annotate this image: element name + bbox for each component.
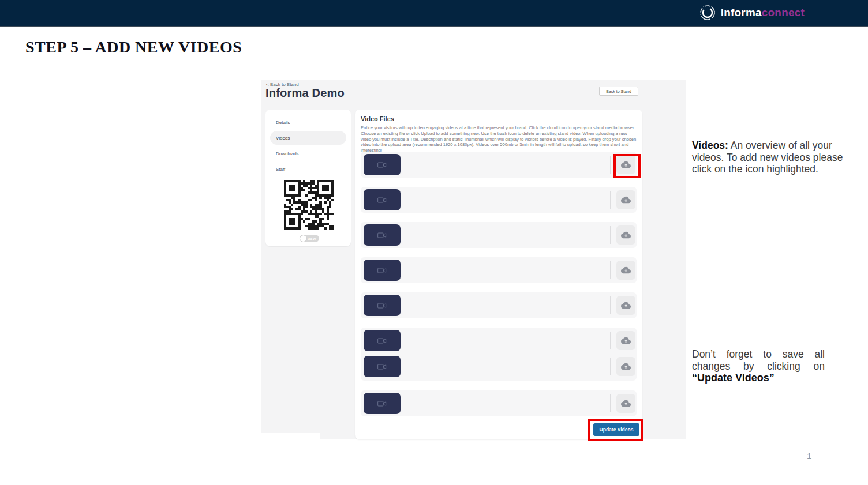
row-divider [610,226,611,244]
toggle-label: B&W [308,237,316,240]
row-divider [405,358,405,375]
page-title: STEP 5 – ADD NEW VIDEOS [25,38,242,57]
row-divider [405,332,405,349]
row-divider [405,296,405,314]
row-divider [405,394,405,412]
row-divider [405,191,405,209]
upload-cloud-button[interactable] [616,261,635,280]
video-camera-icon [377,400,387,407]
upload-cloud-button[interactable] [616,296,635,315]
row-divider [405,226,405,244]
brand-wordmark: informaconnect [721,6,805,19]
video-camera-icon [377,337,387,344]
row-divider [405,261,405,279]
cloud-upload-icon [621,265,631,275]
row-divider [405,156,405,174]
sidebar-item-downloads[interactable]: Downloads [270,146,346,160]
video-thumbnail [364,393,401,414]
row-divider [610,261,611,279]
sidebar-nav: Details Videos Downloads Staff [265,110,351,176]
video-camera-icon [377,267,387,274]
upload-cloud-button[interactable] [616,331,635,350]
sidebar-item-details[interactable]: Details [270,115,346,129]
toggle-knob[interactable] [300,235,306,242]
upload-cloud-button[interactable] [616,225,635,245]
video-thumbnail [364,154,401,175]
video-row [361,187,637,213]
update-videos-button[interactable]: Update Videos [593,423,639,436]
annotation-save-button-ref: “Update Videos” [692,372,775,384]
video-thumbnail [364,356,401,377]
annotation-save-body: Don’t forget to save all changes by clic… [692,348,825,372]
video-thumbnail [364,189,401,210]
slide: informaconnect STEP 5 – ADD NEW VIDEOS <… [0,0,868,485]
sidebar-item-staff[interactable]: Staff [270,162,346,176]
video-camera-icon [377,363,387,370]
row-divider [610,394,611,412]
video-files-description: Entice your visitors with up to ten enga… [361,125,638,153]
annotation-videos-label: Videos: [692,140,728,151]
stand-title: Informa Demo [265,87,345,100]
video-camera-icon [377,197,387,204]
cloud-upload-icon [621,362,631,371]
row-divider [610,358,611,375]
video-row [361,222,637,248]
row-divider [610,191,611,209]
video-camera-icon [377,302,387,309]
brand-connect: connect [762,6,805,18]
bw-toggle[interactable]: B&W [300,235,319,242]
row-divider [610,296,611,314]
video-camera-icon [377,232,387,239]
video-row [361,390,637,416]
annotation-save: Don’t forget to save all changes by clic… [692,348,825,384]
informa-connect-logo: informaconnect [699,4,805,21]
cloud-upload-icon [621,336,631,345]
stand-sidebar: Details Videos Downloads Staff B&W [265,110,351,246]
upload-cloud-button[interactable] [616,394,635,413]
video-camera-icon [377,161,387,168]
video-thumbnail [364,260,401,281]
cloud-upload-icon [621,398,631,408]
upload-cloud-button[interactable] [616,155,635,174]
cloud-upload-icon [621,195,631,205]
video-row [361,292,637,318]
video-row [361,152,637,178]
upload-cloud-button[interactable] [616,357,635,376]
brand-informa: informa [721,6,762,18]
video-thumbnail [364,295,401,316]
row-divider [610,332,611,349]
top-brand-bar: informaconnect [0,0,868,27]
qr-code [284,180,334,230]
video-row [361,257,637,283]
row-divider [610,156,611,174]
cloud-upload-icon [621,300,631,310]
informa-swirl-icon [699,4,716,21]
upload-cloud-button[interactable] [616,190,635,209]
video-files-heading: Video Files [361,115,394,122]
annotation-videos: Videos: An overview of all your videos. … [692,140,843,175]
page-number: 1 [807,451,811,461]
video-files-panel: Video Files Entice your visitors with up… [355,110,642,439]
cloud-upload-icon [621,230,631,240]
video-thumbnail [364,224,401,246]
video-row-group [361,328,637,381]
cloud-upload-icon [621,160,631,170]
sidebar-item-videos[interactable]: Videos [270,131,346,145]
video-thumbnail [364,330,401,351]
back-to-stand-button[interactable]: Back to Stand [599,87,638,96]
